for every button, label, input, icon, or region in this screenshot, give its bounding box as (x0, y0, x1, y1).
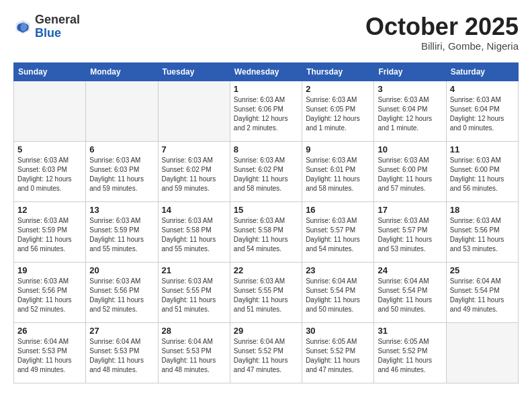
day-number: 8 (234, 144, 298, 154)
calendar-cell: 17Sunrise: 6:03 AM Sunset: 5:57 PM Dayli… (374, 201, 446, 262)
day-number: 19 (17, 265, 82, 275)
title-block: October 2025 Billiri, Gombe, Nigeria (365, 13, 519, 52)
day-number: 15 (234, 205, 298, 215)
page-header: General Blue October 2025 Billiri, Gombe… (13, 13, 519, 52)
calendar-cell: 29Sunrise: 6:04 AM Sunset: 5:52 PM Dayli… (230, 322, 302, 383)
day-number: 20 (89, 265, 154, 275)
calendar-cell: 22Sunrise: 6:03 AM Sunset: 5:55 PM Dayli… (230, 262, 302, 322)
day-number: 7 (162, 144, 226, 154)
day-number: 30 (306, 326, 370, 336)
calendar-cell: 15Sunrise: 6:03 AM Sunset: 5:58 PM Dayli… (230, 201, 302, 262)
week-row-5: 26Sunrise: 6:04 AM Sunset: 5:53 PM Dayli… (14, 322, 519, 383)
day-info: Sunrise: 6:04 AM Sunset: 5:54 PM Dayligh… (450, 277, 515, 314)
day-info: Sunrise: 6:03 AM Sunset: 6:01 PM Dayligh… (306, 156, 370, 193)
day-info: Sunrise: 6:03 AM Sunset: 5:58 PM Dayligh… (162, 216, 226, 254)
day-info: Sunrise: 6:04 AM Sunset: 5:52 PM Dayligh… (234, 337, 298, 375)
day-info: Sunrise: 6:03 AM Sunset: 6:02 PM Dayligh… (234, 156, 298, 193)
day-number: 18 (450, 205, 515, 215)
day-info: Sunrise: 6:03 AM Sunset: 6:05 PM Dayligh… (306, 95, 370, 133)
day-info: Sunrise: 6:03 AM Sunset: 6:06 PM Dayligh… (234, 95, 298, 133)
day-info: Sunrise: 6:03 AM Sunset: 6:04 PM Dayligh… (378, 95, 442, 133)
day-info: Sunrise: 6:04 AM Sunset: 5:54 PM Dayligh… (306, 277, 370, 314)
day-info: Sunrise: 6:03 AM Sunset: 6:03 PM Dayligh… (89, 156, 154, 193)
day-header-friday: Friday (374, 62, 446, 81)
day-info: Sunrise: 6:03 AM Sunset: 6:00 PM Dayligh… (378, 156, 442, 193)
calendar-cell: 1Sunrise: 6:03 AM Sunset: 6:06 PM Daylig… (230, 81, 302, 141)
calendar-cell: 16Sunrise: 6:03 AM Sunset: 5:57 PM Dayli… (302, 201, 374, 262)
week-row-1: 1Sunrise: 6:03 AM Sunset: 6:06 PM Daylig… (14, 81, 519, 141)
logo: General Blue (13, 13, 80, 40)
day-info: Sunrise: 6:03 AM Sunset: 5:55 PM Dayligh… (234, 277, 298, 314)
calendar-cell: 31Sunrise: 6:05 AM Sunset: 5:52 PM Dayli… (374, 322, 446, 383)
calendar-cell: 27Sunrise: 6:04 AM Sunset: 5:53 PM Dayli… (86, 322, 158, 383)
week-row-4: 19Sunrise: 6:03 AM Sunset: 5:56 PM Dayli… (14, 262, 519, 322)
calendar-cell (14, 81, 86, 141)
calendar-cell: 14Sunrise: 6:03 AM Sunset: 5:58 PM Dayli… (158, 201, 230, 262)
logo-blue: Blue (35, 27, 80, 40)
day-info: Sunrise: 6:03 AM Sunset: 5:59 PM Dayligh… (89, 216, 154, 254)
day-info: Sunrise: 6:03 AM Sunset: 5:56 PM Dayligh… (89, 277, 154, 314)
day-info: Sunrise: 6:05 AM Sunset: 5:52 PM Dayligh… (378, 337, 442, 375)
day-number: 10 (378, 144, 442, 154)
logo-general: General (35, 13, 80, 27)
day-number: 27 (89, 326, 154, 336)
calendar: SundayMondayTuesdayWednesdayThursdayFrid… (13, 62, 519, 383)
day-number: 22 (234, 265, 298, 275)
calendar-cell (158, 81, 230, 141)
logo-icon (13, 17, 32, 36)
day-info: Sunrise: 6:03 AM Sunset: 6:00 PM Dayligh… (450, 156, 515, 193)
calendar-cell: 10Sunrise: 6:03 AM Sunset: 6:00 PM Dayli… (374, 141, 446, 201)
day-header-wednesday: Wednesday (230, 62, 302, 81)
day-number: 12 (17, 205, 82, 215)
calendar-cell: 30Sunrise: 6:05 AM Sunset: 5:52 PM Dayli… (302, 322, 374, 383)
day-info: Sunrise: 6:03 AM Sunset: 5:56 PM Dayligh… (450, 216, 515, 254)
day-info: Sunrise: 6:03 AM Sunset: 6:04 PM Dayligh… (450, 95, 515, 133)
day-number: 16 (306, 205, 370, 215)
calendar-cell: 28Sunrise: 6:04 AM Sunset: 5:53 PM Dayli… (158, 322, 230, 383)
day-number: 3 (378, 84, 442, 94)
day-header-saturday: Saturday (446, 62, 518, 81)
day-number: 2 (306, 84, 370, 94)
calendar-cell: 25Sunrise: 6:04 AM Sunset: 5:54 PM Dayli… (446, 262, 518, 322)
day-info: Sunrise: 6:04 AM Sunset: 5:53 PM Dayligh… (162, 337, 226, 375)
day-info: Sunrise: 6:03 AM Sunset: 5:57 PM Dayligh… (378, 216, 442, 254)
day-number: 13 (89, 205, 154, 215)
week-row-3: 12Sunrise: 6:03 AM Sunset: 5:59 PM Dayli… (14, 201, 519, 262)
month-title: October 2025 (365, 13, 519, 40)
day-number: 11 (450, 144, 515, 154)
day-info: Sunrise: 6:03 AM Sunset: 5:55 PM Dayligh… (162, 277, 226, 314)
day-number: 6 (89, 144, 154, 154)
day-info: Sunrise: 6:05 AM Sunset: 5:52 PM Dayligh… (306, 337, 370, 375)
calendar-cell: 9Sunrise: 6:03 AM Sunset: 6:01 PM Daylig… (302, 141, 374, 201)
day-number: 14 (162, 205, 226, 215)
calendar-cell: 3Sunrise: 6:03 AM Sunset: 6:04 PM Daylig… (374, 81, 446, 141)
calendar-cell: 18Sunrise: 6:03 AM Sunset: 5:56 PM Dayli… (446, 201, 518, 262)
day-info: Sunrise: 6:04 AM Sunset: 5:54 PM Dayligh… (378, 277, 442, 314)
calendar-cell: 23Sunrise: 6:04 AM Sunset: 5:54 PM Dayli… (302, 262, 374, 322)
days-of-week-row: SundayMondayTuesdayWednesdayThursdayFrid… (14, 62, 519, 81)
day-number: 17 (378, 205, 442, 215)
day-number: 23 (306, 265, 370, 275)
calendar-cell: 8Sunrise: 6:03 AM Sunset: 6:02 PM Daylig… (230, 141, 302, 201)
calendar-cell: 12Sunrise: 6:03 AM Sunset: 5:59 PM Dayli… (14, 201, 86, 262)
day-info: Sunrise: 6:03 AM Sunset: 5:57 PM Dayligh… (306, 216, 370, 254)
logo-text: General Blue (35, 13, 80, 40)
calendar-cell: 6Sunrise: 6:03 AM Sunset: 6:03 PM Daylig… (86, 141, 158, 201)
calendar-cell (446, 322, 518, 383)
day-header-thursday: Thursday (302, 62, 374, 81)
day-info: Sunrise: 6:04 AM Sunset: 5:53 PM Dayligh… (89, 337, 154, 375)
day-info: Sunrise: 6:03 AM Sunset: 5:58 PM Dayligh… (234, 216, 298, 254)
day-number: 28 (162, 326, 226, 336)
day-number: 21 (162, 265, 226, 275)
day-number: 4 (450, 84, 515, 94)
calendar-cell: 26Sunrise: 6:04 AM Sunset: 5:53 PM Dayli… (14, 322, 86, 383)
day-number: 31 (378, 326, 442, 336)
calendar-cell: 19Sunrise: 6:03 AM Sunset: 5:56 PM Dayli… (14, 262, 86, 322)
week-row-2: 5Sunrise: 6:03 AM Sunset: 6:03 PM Daylig… (14, 141, 519, 201)
day-number: 25 (450, 265, 515, 275)
day-number: 5 (17, 144, 82, 154)
location: Billiri, Gombe, Nigeria (365, 40, 519, 52)
day-info: Sunrise: 6:03 AM Sunset: 6:02 PM Dayligh… (162, 156, 226, 193)
day-info: Sunrise: 6:04 AM Sunset: 5:53 PM Dayligh… (17, 337, 82, 375)
day-number: 1 (234, 84, 298, 94)
